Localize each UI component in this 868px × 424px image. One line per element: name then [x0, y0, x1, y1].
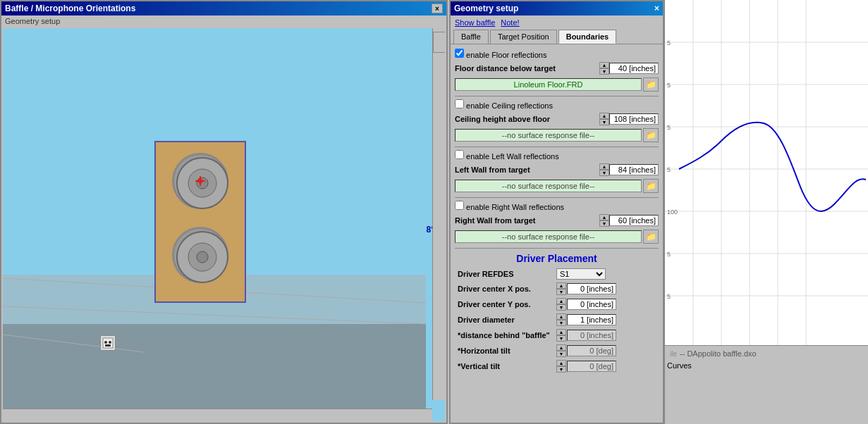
ceiling-file-display: --no surface response file-- [455, 129, 642, 142]
rightwall-dist-spin-up[interactable]: ▲ [599, 214, 609, 220]
geom-title: Geometry setup [454, 4, 518, 13]
driver-verttilt-value-group: ▲ ▼ 0 [deg] [556, 360, 616, 373]
left-panel-subtitle: Geometry setup [1, 15, 446, 27]
note-link[interactable]: Note! [501, 18, 519, 27]
driver-placement-header: Driver Placement [455, 248, 659, 268]
leftwall-dist-spin-dn[interactable]: ▼ [599, 170, 609, 176]
floor-dist-spinners: ▲ ▼ [599, 62, 609, 75]
floor-enable-row: enable Floor reflections [455, 49, 659, 59]
driver-diameter-spin-up[interactable]: ▲ [556, 313, 566, 320]
driver-ypos-spin-dn[interactable]: ▼ [556, 304, 566, 311]
driver-distbehind-spinners: ▲ ▼ [556, 329, 566, 342]
driver-xpos-value[interactable]: 0 [inches] [567, 283, 616, 294]
ceiling-file-row: --no surface response file-- 📁 [455, 128, 659, 142]
rightwall-dist-spinners: ▲ ▼ [599, 214, 609, 227]
driver-xpos-row: Driver center X pos. ▲ ▼ 0 [inches] [455, 282, 659, 295]
driver-ypos-spin-up[interactable]: ▲ [556, 298, 566, 304]
baffle-file-name: -- DAppolito baffle.dxo [680, 349, 757, 358]
rightwall-dist-spin-dn[interactable]: ▼ [599, 220, 609, 227]
svg-point-16 [109, 341, 111, 344]
speaker-driver-top [172, 153, 228, 209]
driver-verttilt-spinners: ▲ ▼ [556, 360, 566, 373]
leftwall-dist-value[interactable]: 84 [inches] [609, 164, 659, 175]
driver-diameter-label: Driver diameter [458, 316, 556, 324]
right-panel: 5 5 5 5 100 5 5 ile -- DAppolito baffle.… [664, 0, 868, 424]
ceiling-file-btn[interactable]: 📁 [643, 128, 659, 142]
baffle-file-row: ile -- DAppolito baffle.dxo [667, 348, 866, 359]
driver-distbehind-row: *distance behind "baffle" ▲ ▼ 0 [inches] [455, 329, 659, 342]
chart-bottom-row: Curves [667, 361, 866, 370]
driver-bottom-svg [174, 229, 231, 285]
scroll-thumb-v[interactable] [433, 32, 445, 53]
ceiling-enable-row: enable Ceiling reflections [455, 99, 659, 110]
driver-xpos-spin-up[interactable]: ▲ [556, 282, 566, 289]
leftwall-dist-spin-up[interactable]: ▲ [599, 163, 609, 170]
leftwall-enable-checkbox[interactable] [455, 150, 464, 159]
leftwall-dist-label: Left Wall from target [455, 166, 597, 174]
rightwall-file-btn[interactable]: 📁 [643, 230, 659, 244]
left-panel-close[interactable]: × [432, 4, 443, 13]
horizontal-scrollbar[interactable] [3, 409, 432, 421]
floor-dist-row: Floor distance below target ▲ ▼ 40 [inch… [455, 62, 659, 75]
divider-2 [455, 146, 659, 147]
driver-xpos-spinners: ▲ ▼ [556, 282, 566, 295]
driver-verttilt-spin-up[interactable]: ▲ [556, 360, 566, 366]
floor-dist-value[interactable]: 40 [inches] [609, 63, 659, 74]
driver-diameter-value[interactable]: 1 [inches] [567, 314, 616, 325]
floor-dist-spin-dn[interactable]: ▼ [599, 68, 609, 75]
ceiling-height-value-group: ▲ ▼ 108 [inches] [599, 113, 659, 125]
speaker-box [154, 141, 246, 303]
floor-dist-value-group: ▲ ▼ 40 [inches] [599, 62, 659, 75]
driver-diameter-spin-dn[interactable]: ▼ [556, 320, 566, 326]
tab-target-position[interactable]: Target Position [490, 30, 557, 44]
driver-ypos-row: Driver center Y pos. ▲ ▼ 0 [inches] [455, 298, 659, 311]
viewport: 8° -21° zoom [3, 28, 445, 421]
divider-3 [455, 197, 659, 198]
svg-text:5: 5 [667, 251, 671, 258]
driver-horiztilt-value-group: ▲ ▼ 0 [deg] [556, 344, 616, 357]
driver-distbehind-spin-dn[interactable]: ▼ [556, 335, 566, 342]
svg-rect-17 [105, 344, 111, 347]
leftwall-file-btn[interactable]: 📁 [643, 179, 659, 193]
svg-point-13 [197, 251, 208, 263]
ceiling-height-value[interactable]: 108 [inches] [609, 113, 659, 125]
driver-horiztilt-spin-up[interactable]: ▲ [556, 344, 566, 351]
show-baffle-link[interactable]: Show baffle [455, 18, 495, 27]
left-panel-titlebar: Baffle / Microphone Orientations × [1, 1, 446, 15]
driver-refdes-select[interactable]: S1 S2 S3 [556, 268, 606, 280]
driver-distbehind-spin-up[interactable]: ▲ [556, 329, 566, 335]
driver-ypos-value[interactable]: 0 [inches] [567, 299, 616, 310]
driver-horiztilt-value: 0 [deg] [567, 345, 616, 356]
middle-panel: Geometry setup × Show baffle Note! Baffl… [449, 0, 664, 424]
chart-area: 5 5 5 5 100 5 5 [665, 0, 868, 345]
rightwall-enable-checkbox[interactable] [455, 201, 464, 210]
divider-1 [455, 96, 659, 96]
floor-dist-spin-up[interactable]: ▲ [599, 62, 609, 68]
floor-file-row: Linoleum Floor.FRD 📁 [455, 77, 659, 92]
ceiling-height-label: Ceiling height above floor [455, 115, 597, 123]
rightwall-dist-value[interactable]: 60 [inches] [609, 215, 659, 226]
floor-file-btn[interactable]: 📁 [643, 77, 659, 92]
svg-text:5: 5 [667, 124, 671, 131]
svg-text:5: 5 [667, 293, 671, 300]
driver-xpos-spin-dn[interactable]: ▼ [556, 289, 566, 295]
driver-diameter-value-group: ▲ ▼ 1 [inches] [556, 313, 616, 326]
tab-baffle[interactable]: Baffle [453, 30, 489, 44]
geom-close[interactable]: × [654, 4, 659, 13]
vertical-scrollbar[interactable] [432, 28, 445, 400]
geom-toolbar: Show baffle Note! [451, 15, 663, 30]
floor-enable-checkbox[interactable] [455, 49, 464, 58]
ceiling-height-spin-up[interactable]: ▲ [599, 113, 609, 119]
ceiling-enable-checkbox[interactable] [455, 99, 464, 108]
driver-xpos-label: Driver center X pos. [458, 285, 556, 293]
driver-horiztilt-spin-dn[interactable]: ▼ [556, 351, 566, 357]
ceiling-height-spin-dn[interactable]: ▼ [599, 119, 609, 125]
rightwall-enable-label: enable Right Wall reflections [466, 203, 564, 211]
driver-horiztilt-row: *Horizontal tilt ▲ ▼ 0 [deg] [455, 344, 659, 357]
driver-verttilt-row: *Vertical tilt ▲ ▼ 0 [deg] [455, 360, 659, 373]
leftwall-dist-value-group: ▲ ▼ 84 [inches] [599, 163, 659, 176]
svg-point-15 [104, 341, 107, 344]
svg-text:5: 5 [667, 82, 671, 89]
driver-verttilt-spin-dn[interactable]: ▼ [556, 366, 566, 373]
tab-boundaries[interactable]: Boundaries [558, 30, 617, 44]
